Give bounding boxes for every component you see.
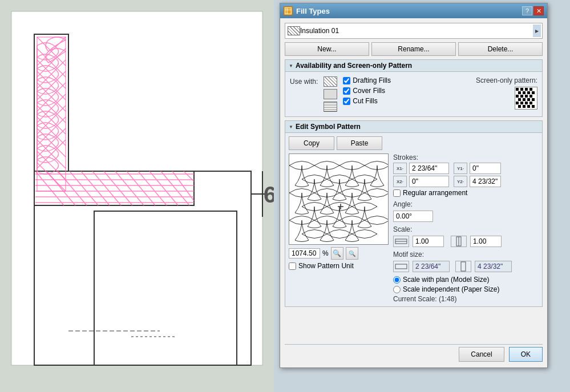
svg-rect-65 [518,91,521,94]
dialog-title-bar: Fill Types ? ✕ [280,3,547,18]
x1-icon: X1· [393,163,407,174]
svg-rect-79 [525,102,528,104]
x1-row: X1· Y1· [393,163,539,174]
zoom-row: % 🔍 🔍 [289,247,389,260]
availability-collapse-icon[interactable]: ▼ [289,63,293,68]
svg-rect-68 [532,91,535,94]
model-size-radio-row: Scale with plan (Model Size) [393,276,539,284]
cover-fills-checkbox[interactable] [343,87,350,95]
pattern-and-controls: % 🔍 🔍 Show Pattern Unit [289,153,539,303]
svg-rect-92 [395,264,407,269]
cut-fills-checkbox-row: Cut Fills [343,97,391,105]
scale-width-icon [393,236,409,247]
close-button[interactable]: ✕ [533,6,544,15]
help-button[interactable]: ? [522,6,532,15]
dropdown-arrow-icon[interactable]: ▶ [533,25,541,37]
y1-input[interactable] [470,163,501,174]
svg-rect-64 [529,88,532,91]
cancel-button[interactable]: Cancel [459,347,504,362]
motif-label: Motif size: [393,250,539,258]
show-pattern-label: Show Pattern Unit [298,262,354,270]
svg-rect-78 [520,102,523,104]
use-with-label: Use with: [290,78,318,86]
svg-rect-84 [532,105,535,108]
availability-section-header: ▼ Availability and Screen-only Pattern [285,60,542,72]
scale-input-row [393,236,539,247]
rename-button[interactable]: Rename... [371,42,456,56]
svg-rect-83 [527,105,530,108]
scale-label: Scale: [393,225,539,233]
edit-symbol-section-header: ▼ Edit Symbol Pattern [285,121,542,133]
scale-radio-group: Scale with plan (Model Size) Scale indep… [393,276,539,303]
motif-width-icon [393,261,409,272]
ok-button[interactable]: OK [509,347,543,362]
svg-rect-73 [518,98,521,101]
new-button[interactable]: New... [285,42,369,56]
svg-rect-81 [518,105,521,108]
show-pattern-checkbox[interactable] [289,262,296,270]
fill-type-dropdown[interactable]: Insulation 01 ▶ [285,23,543,39]
regular-arrangement-checkbox[interactable] [393,189,401,197]
dialog-content: Insulation 01 ▶ New... Rename... Delete.… [280,18,547,367]
drafting-fills-label: Drafting Fills [353,76,391,84]
dialog-icon [284,6,293,15]
pattern-preview-area: % 🔍 🔍 Show Pattern Unit [289,153,389,303]
scale-y-input[interactable] [470,236,502,247]
motif-input-row [393,261,539,272]
screen-only-label: Screen-only pattern: [476,76,537,84]
svg-rect-69 [516,95,519,98]
use-with-icons [324,76,337,112]
screen-pattern-preview [515,87,537,110]
dialog-title: Fill Types [296,7,330,15]
scale-x-input[interactable] [413,236,444,247]
svg-rect-93 [461,262,466,271]
checkboxes-column: Drafting Fills Cover Fills Cut Fills [343,76,391,105]
fill-type-value: Insulation 01 [300,27,540,35]
edit-symbol-section-title: Edit Symbol Pattern [296,123,361,131]
zoom-percent-label: % [322,249,329,257]
availability-section: ▼ Availability and Screen-only Pattern U… [285,59,543,117]
y2-input[interactable] [470,176,501,187]
y2-icon: Y2· [454,176,467,187]
paste-button[interactable]: Paste [337,136,382,150]
title-bar-left: Fill Types [284,6,330,15]
copy-button[interactable]: Copy [289,136,334,150]
svg-rect-80 [529,102,532,104]
drafting-fills-checkbox-row: Drafting Fills [343,76,391,84]
paper-size-label: Scale independent (Paper Size) [403,285,499,293]
delete-button[interactable]: Delete... [458,42,543,56]
cut-fills-checkbox[interactable] [343,98,350,105]
svg-rect-61 [516,88,519,91]
x2-input[interactable] [409,176,449,187]
x2-icon: X2· [393,176,407,187]
strokes-label: Strokes: [393,153,539,161]
drafting-fills-icon [324,76,337,87]
svg-rect-67 [527,91,530,94]
scale-height-icon [451,236,467,247]
drafting-fills-checkbox[interactable] [343,77,350,84]
zoom-input[interactable] [289,248,320,258]
edit-symbol-collapse-icon[interactable]: ▼ [289,124,293,130]
motif-group: Motif size: [393,250,539,272]
screen-only-section: Screen-only pattern: [476,76,537,110]
svg-rect-62 [520,88,523,91]
cut-fills-icon [324,102,337,112]
svg-rect-5 [34,171,194,205]
availability-section-title: Availability and Screen-only Pattern [296,62,412,70]
scale-group: Scale: [393,225,539,247]
cover-fills-checkbox-row: Cover Fills [343,87,391,95]
angle-input[interactable] [393,211,433,222]
zoom-out-button[interactable]: 🔍 [346,247,358,260]
pattern-canvas [289,153,389,245]
show-pattern-row: Show Pattern Unit [289,262,389,270]
zoom-in-button[interactable]: 🔍 [331,247,343,260]
fill-types-dialog: Fill Types ? ✕ Insulation 01 ▶ New... Re… [280,3,548,368]
regular-arrangement-label: Regular arrangement [403,189,467,197]
model-size-radio[interactable] [393,276,401,284]
paper-size-radio[interactable] [393,286,401,293]
motif-width-input [413,261,450,272]
svg-text:6: 6 [264,182,274,207]
x1-input[interactable] [409,163,449,174]
svg-rect-77 [516,102,519,104]
edit-symbol-body: Copy Paste [285,133,542,306]
